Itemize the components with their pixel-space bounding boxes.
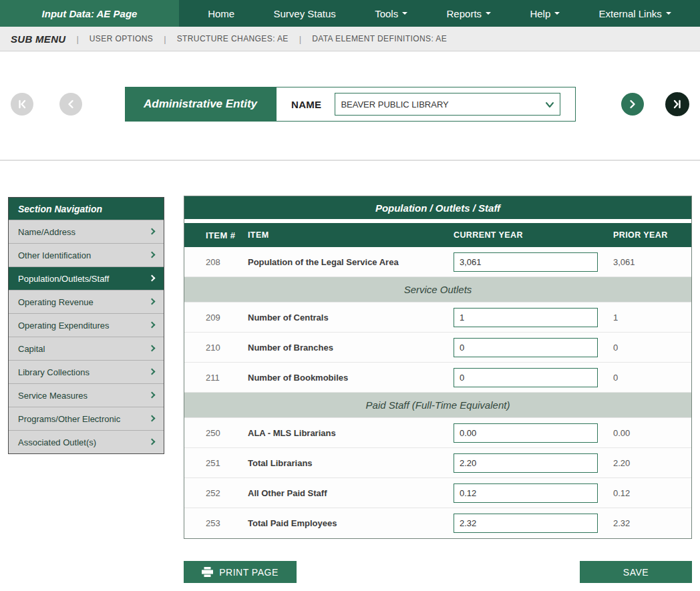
previous-record-button[interactable] [59, 93, 82, 116]
item-number: 209 [184, 313, 248, 323]
current-year-input-209[interactable] [454, 308, 598, 327]
next-record-button[interactable] [621, 93, 644, 116]
chevron-right-icon [149, 252, 156, 258]
administrative-entity-label: Administrative Entity [125, 87, 276, 122]
prior-year-value: 3,061 [613, 257, 691, 267]
current-year-input-211[interactable] [454, 368, 598, 387]
submenu-link-structure-changes[interactable]: STRUCTURE CHANGES: AE [177, 34, 289, 43]
chevron-right-icon [627, 99, 638, 110]
chevron-right-icon [149, 275, 156, 282]
table-row-210: 210 Number of Branches 0 [184, 333, 691, 363]
sidebar-item-service-measures[interactable]: Service Measures [9, 383, 164, 407]
nav-item-tools[interactable]: Tools [375, 8, 407, 19]
sidebar-item-label: Operating Expenditures [18, 321, 110, 331]
nav-item-label: Reports [447, 8, 482, 19]
nav-item-reports[interactable]: Reports [447, 8, 492, 19]
sidebar-item-label: Capital [18, 344, 45, 354]
table-row-250: 250 ALA - MLS Librarians 0.00 [184, 418, 691, 448]
separator: | [299, 34, 301, 44]
chevron-right-icon [149, 322, 156, 329]
print-page-label: PRINT PAGE [219, 567, 279, 578]
entity-name-select[interactable]: BEAVER PUBLIC LIBRARY [335, 93, 560, 116]
current-year-input-251[interactable] [454, 453, 598, 473]
first-record-button[interactable] [11, 93, 33, 116]
sidebar-item-label: Programs/Other Electronic [18, 414, 120, 424]
nav-items: Home Survey Status Tools Reports Help Ex… [179, 0, 700, 27]
chevron-right-icon [149, 415, 156, 422]
selected-entity-name: BEAVER PUBLIC LIBRARY [335, 100, 448, 110]
item-label: ALA - MLS Librarians [248, 428, 454, 438]
nav-item-help[interactable]: Help [530, 8, 560, 19]
current-year-input-253[interactable] [454, 514, 598, 533]
column-header-current-year: CURRENT YEAR [454, 230, 613, 240]
nav-item-home[interactable]: Home [208, 8, 234, 19]
sidebar-item-operating-expenditures[interactable]: Operating Expenditures [9, 313, 164, 337]
prior-year-value: 0 [613, 373, 691, 383]
current-year-input-208[interactable] [454, 252, 598, 272]
current-year-input-210[interactable] [454, 338, 598, 357]
sidebar-item-associated-outlets[interactable]: Associated Outlet(s) [9, 430, 164, 453]
chevron-right-icon [149, 392, 156, 399]
skip-to-first-icon [17, 99, 27, 110]
tab-input-data-ae-page[interactable]: Input Data: AE Page [0, 0, 179, 27]
sidebar-item-label: Service Measures [18, 391, 88, 401]
separator: | [76, 34, 78, 44]
prior-year-value: 2.20 [613, 458, 691, 468]
top-navigation-bar: Input Data: AE Page Home Survey Status T… [0, 0, 700, 27]
current-year-input-252[interactable] [454, 483, 598, 503]
table-row-253: 253 Total Paid Employees 2.32 [184, 508, 691, 538]
nav-item-label: Home [208, 8, 234, 19]
table-row-209: 209 Number of Centrals 1 [184, 303, 691, 333]
sidebar-item-label: Other Identification [18, 250, 91, 260]
nav-item-label: External Links [599, 8, 662, 19]
sidebar-item-label: Operating Revenue [18, 297, 94, 307]
last-record-button[interactable] [665, 92, 689, 116]
table-row-252: 252 All Other Paid Staff 0.12 [184, 478, 691, 508]
caret-down-icon [554, 12, 560, 15]
entity-name-box: NAME BEAVER PUBLIC LIBRARY [276, 87, 576, 122]
sub-menu-title: SUB MENU [11, 33, 65, 45]
chevron-right-icon [149, 439, 156, 445]
current-year-input-250[interactable] [454, 423, 598, 443]
sidebar-item-name-address[interactable]: Name/Address [9, 220, 164, 243]
table-section-row: Paid Staff (Full-Time Equivalent) [184, 393, 691, 418]
caret-down-icon [402, 12, 407, 15]
sidebar-item-operating-revenue[interactable]: Operating Revenue [9, 290, 164, 313]
skip-to-last-icon [672, 99, 683, 110]
prior-year-value: 0 [613, 343, 691, 353]
table-row-208: 208 Population of the Legal Service Area… [184, 247, 691, 277]
save-label: SAVE [623, 567, 649, 578]
item-label: Total Paid Employees [248, 518, 454, 528]
item-number: 210 [184, 343, 248, 353]
item-label: Number of Branches [248, 343, 454, 353]
sidebar-item-capital[interactable]: Capital [9, 337, 164, 360]
nav-item-label: Survey Status [273, 8, 335, 19]
sub-menu-bar: SUB MENU | USER OPTIONS | STRUCTURE CHAN… [0, 27, 700, 51]
ae-page: Input Data: AE Page Home Survey Status T… [0, 0, 700, 591]
nav-item-label: Tools [375, 8, 398, 19]
sidebar-item-other-identification[interactable]: Other Identification [9, 243, 164, 266]
nav-item-survey-status[interactable]: Survey Status [273, 8, 335, 19]
table-row-211: 211 Number of Bookmobiles 0 [184, 363, 691, 393]
sidebar-item-programs-other-electronic[interactable]: Programs/Other Electronic [9, 407, 164, 430]
submenu-link-user-options[interactable]: USER OPTIONS [90, 34, 153, 43]
save-button[interactable]: SAVE [580, 561, 692, 583]
horizontal-divider [0, 160, 700, 161]
chevron-right-icon [149, 345, 156, 352]
table-title: Population / Outlets / Staff [184, 196, 691, 219]
section-label: Paid Staff (Full-Time Equivalent) [366, 399, 510, 411]
sidebar-item-population-outlets-staff[interactable]: Population/Outlets/Staff [9, 266, 164, 290]
prior-year-value: 2.32 [613, 518, 691, 528]
item-label: Total Librarians [248, 458, 454, 468]
submenu-link-data-element-definitions[interactable]: DATA ELEMENT DEFINITIONS: AE [312, 34, 447, 43]
caret-down-icon [666, 12, 671, 15]
print-page-button[interactable]: PRINT PAGE [184, 561, 297, 583]
column-header-item: ITEM [248, 230, 454, 240]
chevron-right-icon [149, 228, 156, 235]
sidebar-item-library-collections[interactable]: Library Collections [9, 360, 164, 383]
item-number: 250 [184, 428, 248, 438]
nav-item-external-links[interactable]: External Links [599, 8, 671, 19]
column-header-item-number: ITEM # [184, 230, 248, 240]
printer-icon [202, 567, 213, 577]
sidebar-item-label: Library Collections [18, 367, 90, 377]
